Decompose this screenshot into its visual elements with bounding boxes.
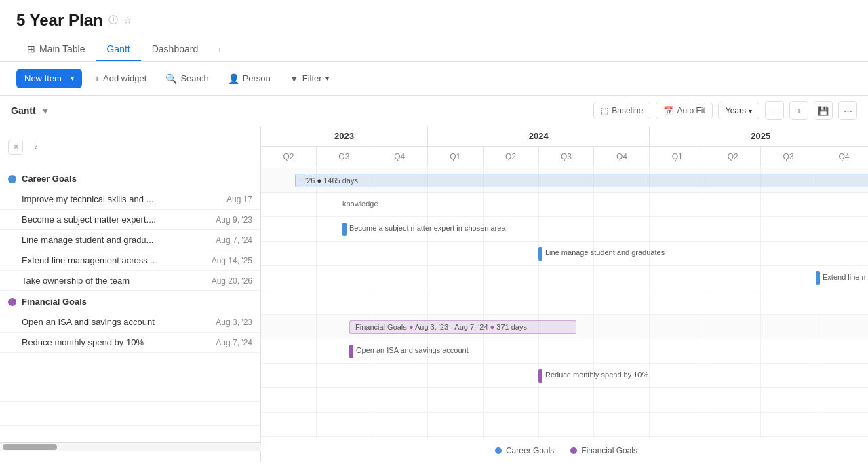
subject-matter-marker [342, 223, 347, 236]
year-2024: 2024 [428, 126, 650, 146]
grid-cell [372, 193, 428, 216]
zoom-out-button[interactable]: − [765, 101, 784, 120]
baseline-icon: ⬚ [601, 106, 608, 115]
item-row: Reduce monthly spend by 10% Aug 7, '24 [0, 332, 260, 353]
grid-cell [261, 266, 317, 290]
grid-cell [650, 193, 705, 216]
grid-cell [261, 315, 317, 339]
grid-cell [594, 315, 650, 339]
grid-cell [705, 242, 761, 265]
year-labels: 2023 2024 2025 [261, 126, 868, 147]
new-item-button[interactable]: New Item ▾ [16, 69, 82, 88]
gantt-body: ✕ ‹ Career Goals Improve my technical sk… [0, 126, 868, 462]
collapse-button[interactable]: ✕ [8, 140, 23, 155]
item-date: Aug 17 [226, 195, 252, 204]
scrollbar-thumb[interactable] [3, 444, 57, 450]
grid-cell [372, 266, 428, 290]
person-icon: 👤 [228, 73, 239, 84]
item-name: Open an ISA and savings account [22, 317, 210, 327]
reduce-spend-label: Reduce monthly spend by 10% [545, 370, 648, 379]
grid-cell [261, 242, 317, 265]
auto-fit-button[interactable]: 📅 Auto Fit [656, 102, 712, 119]
save-view-button[interactable]: 💾 [814, 101, 833, 120]
collapse-arrow[interactable]: ‹ [28, 140, 43, 155]
gantt-right-panel[interactable]: 2023 2024 2025 Q2 Q3 Q4 Q1 [261, 126, 868, 462]
grid-cell [650, 266, 705, 290]
table-icon: ⊞ [27, 43, 35, 54]
grid-cell [261, 290, 317, 314]
grid-cell [816, 217, 868, 241]
grid-cell [650, 364, 705, 387]
empty-row [0, 353, 260, 377]
chart-cells [261, 266, 868, 290]
grid-cell [261, 339, 317, 363]
toolbar: New Item ▾ + Add widget 🔍 Search 👤 Perso… [0, 62, 868, 96]
baseline-button[interactable]: ⬚ Baseline [593, 102, 650, 119]
line-manage-label: Line manage student and graduates [545, 248, 665, 256]
zoom-in-button[interactable]: + [789, 101, 808, 120]
q-label: Q1 [428, 147, 484, 167]
filter-button[interactable]: ▼ Filter ▾ [283, 69, 336, 88]
q-label: Q2 [705, 147, 761, 167]
grid-cell [261, 364, 317, 387]
more-options-button[interactable]: ⋯ [838, 101, 857, 120]
grid-cell [816, 315, 868, 339]
grid-cell [761, 364, 816, 387]
q-label: Q3 [317, 147, 372, 167]
grid-cell [484, 193, 539, 216]
financial-bar-label: Financial Goals ● Aug 3, '23 - Aug 7, '2… [355, 323, 527, 331]
grid-cell [816, 193, 868, 216]
grid-cell [484, 242, 539, 265]
gantt-container: Gantt ▼ ⬚ Baseline 📅 Auto Fit Years ▾ − … [0, 96, 868, 462]
tabs-row: ⊞ Main Table Gantt Dashboard + [16, 38, 852, 61]
tab-gantt[interactable]: Gantt [96, 38, 140, 61]
add-tab-button[interactable]: + [209, 39, 231, 60]
star-icon[interactable]: ☆ [123, 15, 132, 26]
grid-cell [484, 339, 539, 363]
grid-cell [594, 266, 650, 290]
tab-main-table[interactable]: ⊞ Main Table [16, 38, 96, 61]
grid-cell [428, 290, 484, 314]
grid-cell [650, 339, 705, 363]
grid-cell [761, 290, 816, 314]
grid-cell [372, 290, 428, 314]
info-icon[interactable]: ⓘ [108, 14, 118, 26]
empty-row [0, 377, 260, 402]
grid-cell [650, 315, 705, 339]
grid-cell [705, 364, 761, 387]
group-row-career: Career Goals [0, 168, 260, 189]
grid-cell [317, 364, 372, 387]
financial-group-bar: Financial Goals ● Aug 3, '23 - Aug 7, '2… [349, 320, 576, 334]
chart-row-item: Extend line manageme [261, 266, 868, 290]
empty-chart-row [261, 388, 868, 413]
scrollbar-area[interactable] [0, 442, 261, 451]
legend-label-career: Career Goals [506, 446, 554, 455]
grid-cell [761, 217, 816, 241]
person-button[interactable]: 👤 Person [221, 69, 277, 88]
app-header: 5 Year Plan ⓘ ☆ ⊞ Main Table Gantt Dashb… [0, 0, 868, 62]
tab-dashboard[interactable]: Dashboard [141, 38, 210, 61]
filter-chevron: ▾ [326, 75, 329, 82]
q-label: Q3 [761, 147, 816, 167]
chart-row-item: Line manage student and graduates [261, 242, 868, 266]
calendar-icon: 📅 [663, 106, 673, 115]
line-manage-marker [538, 247, 542, 261]
grid-cell [816, 290, 868, 314]
grid-cell [761, 266, 816, 290]
legend-dot-financial [570, 447, 577, 454]
new-item-chevron: ▾ [66, 75, 74, 82]
grid-cell [761, 339, 816, 363]
q-label: Q2 [484, 147, 539, 167]
add-widget-button[interactable]: + Add widget [87, 69, 154, 88]
gantt-left-rows: Career Goals Improve my technical skills… [0, 168, 260, 462]
gantt-filter-icon[interactable]: ▼ [41, 106, 50, 116]
years-dropdown[interactable]: Years ▾ [718, 102, 760, 119]
year-2025: 2025 [650, 126, 868, 146]
grid-cell [428, 193, 484, 216]
grid-cell [816, 339, 868, 363]
grid-cell [705, 266, 761, 290]
search-button[interactable]: 🔍 Search [159, 69, 215, 88]
grid-cell [650, 217, 705, 241]
group-row-financial: Financial Goals [0, 291, 260, 312]
q-label: Q1 [650, 147, 705, 167]
